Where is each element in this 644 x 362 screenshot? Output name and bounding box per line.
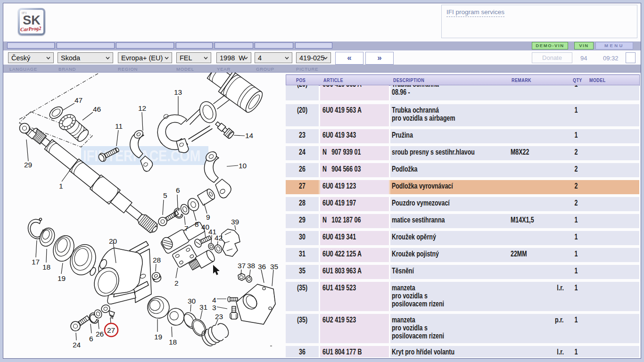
svg-text:19: 19 — [58, 274, 66, 282]
svg-text:36: 36 — [258, 263, 266, 271]
svg-text:1: 1 — [59, 182, 63, 190]
svg-text:2: 2 — [174, 279, 179, 287]
svg-text:38: 38 — [247, 262, 255, 270]
svg-text:29: 29 — [24, 161, 32, 169]
svg-text:30: 30 — [188, 297, 196, 305]
svg-text:42: 42 — [215, 234, 223, 242]
svg-text:3: 3 — [212, 304, 216, 312]
svg-text:23: 23 — [215, 313, 223, 321]
svg-text:7: 7 — [184, 224, 189, 232]
svg-text:10: 10 — [239, 162, 247, 170]
svg-text:47: 47 — [74, 96, 83, 104]
svg-text:28: 28 — [153, 256, 161, 264]
svg-text:18: 18 — [169, 338, 177, 346]
svg-text:19: 19 — [154, 333, 162, 341]
svg-text:26: 26 — [96, 330, 104, 338]
svg-text:17: 17 — [32, 258, 40, 266]
svg-text:35: 35 — [270, 263, 278, 271]
svg-text:5: 5 — [163, 191, 167, 199]
svg-text:13: 13 — [174, 88, 182, 96]
svg-text:6: 6 — [176, 186, 180, 194]
svg-text:12: 12 — [138, 104, 146, 112]
svg-text:20: 20 — [109, 237, 117, 245]
svg-text:24: 24 — [73, 341, 81, 349]
svg-text:9: 9 — [206, 213, 210, 221]
svg-text:8: 8 — [195, 220, 199, 228]
svg-text:39: 39 — [231, 218, 239, 226]
svg-text:6: 6 — [89, 335, 93, 343]
svg-text:37: 37 — [238, 262, 246, 270]
svg-text:4: 4 — [212, 296, 216, 304]
svg-text:27: 27 — [107, 326, 115, 334]
svg-text:46: 46 — [93, 105, 101, 113]
svg-text:31: 31 — [199, 303, 207, 311]
svg-text:11: 11 — [115, 122, 123, 130]
svg-text:18: 18 — [42, 263, 50, 271]
svg-text:14: 14 — [245, 132, 254, 140]
